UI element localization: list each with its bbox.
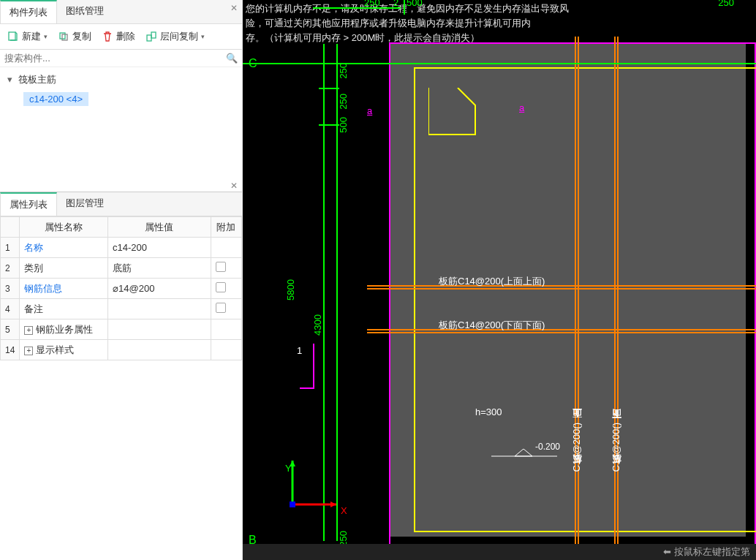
chevron-down-icon: ▾	[201, 33, 205, 40]
rebar-line	[617, 37, 619, 550]
svg-rect-4	[151, 32, 156, 38]
rebar-line	[367, 332, 756, 333]
prop-extra	[211, 319, 241, 340]
yellow-rect	[414, 67, 415, 532]
tab-component-list[interactable]: 构件列表	[0, 0, 57, 23]
tree-root[interactable]: ▾ 筏板主筋	[7, 73, 235, 86]
prop-value[interactable]: ⌀14@200	[108, 279, 211, 299]
properties-panel: ✕ 属性列表 图层管理 属性名称 属性值 附加 1 名称 c14-200 2 类…	[0, 192, 242, 360]
header-value: 属性值	[108, 217, 211, 238]
prop-value[interactable]: c14-200	[108, 238, 211, 258]
dim-250: 250	[338, 94, 349, 110]
rebar-label: 板筋C14@200(下面下面)	[610, 423, 623, 472]
dim-tick	[404, 0, 405, 15]
properties-table: 属性名称 属性值 附加 1 名称 c14-200 2 类别 底筋 3 钢筋信息 …	[0, 216, 242, 360]
table-row[interactable]: 14 +显示样式	[1, 340, 242, 360]
copy-icon	[58, 31, 69, 42]
rebar-label: 板筋C14@200(下面下面)	[439, 319, 545, 332]
checkbox-icon[interactable]	[216, 303, 226, 313]
row-number: 4	[1, 299, 20, 319]
tab-layers[interactable]: 图层管理	[57, 192, 113, 216]
rebar-line	[578, 37, 579, 550]
rebar-line	[575, 37, 576, 550]
column-shape	[428, 88, 480, 139]
tree-root-label: 筏板主筋	[18, 74, 56, 85]
search-row: 🔍	[0, 50, 242, 67]
dim-5800: 5800	[285, 279, 296, 300]
tab-drawing-manage[interactable]: 图纸管理	[57, 0, 113, 23]
chevron-down-icon: ▾	[7, 74, 12, 85]
component-toolbar: 新建 ▾ 复制 删除 层间复制 ▾	[0, 24, 242, 50]
dim-250: 250	[338, 63, 349, 79]
expand-icon[interactable]: +	[24, 326, 33, 335]
row-number: 3	[1, 279, 20, 299]
component-tabs: 构件列表 图纸管理 ✕	[0, 0, 242, 24]
expand-icon[interactable]: +	[24, 347, 33, 355]
copy-button[interactable]: 复制	[55, 29, 94, 45]
prop-extra[interactable]	[211, 258, 241, 279]
new-button[interactable]: 新建 ▾	[4, 29, 50, 45]
prop-extra	[211, 340, 241, 360]
prop-extra	[211, 238, 241, 258]
prop-name: +钢筋业务属性	[20, 319, 108, 340]
new-icon	[7, 31, 19, 42]
trash-icon	[102, 31, 113, 42]
floor-copy-label: 层间复制	[160, 30, 198, 43]
prop-value[interactable]	[108, 319, 211, 340]
dim-500: 500	[338, 117, 349, 133]
table-row[interactable]: 1 名称 c14-200	[1, 238, 242, 258]
rebar-line	[614, 37, 616, 550]
row-number: 1	[1, 238, 20, 258]
prop-value[interactable]	[108, 340, 211, 360]
checkbox-icon[interactable]	[216, 262, 226, 272]
floor-copy-icon	[145, 31, 157, 42]
prop-value[interactable]: 底筋	[108, 258, 211, 279]
close-icon[interactable]: ✕	[230, 3, 238, 13]
delete-label: 删除	[116, 30, 135, 43]
svg-rect-0	[9, 32, 15, 40]
search-icon[interactable]: 🔍	[226, 53, 238, 64]
dim-250: 250	[364, 0, 380, 8]
dim-tick	[319, 63, 339, 64]
row-number: 5	[1, 319, 20, 340]
dim-500: 500	[407, 0, 423, 8]
new-label: 新建	[22, 30, 41, 43]
row-number: 14	[1, 340, 20, 360]
table-row[interactable]: 3 钢筋信息 ⌀14@200	[1, 279, 242, 299]
table-row[interactable]: 2 类别 底筋	[1, 258, 242, 279]
axis-mark	[300, 387, 314, 389]
search-input[interactable]	[4, 53, 226, 64]
prop-name: 类别	[20, 258, 108, 279]
row-number: 2	[1, 258, 20, 279]
svg-marker-6	[515, 449, 532, 456]
dim-tick	[319, 124, 339, 126]
level-mark-icon	[491, 449, 557, 465]
floor-copy-button[interactable]: 层间复制 ▾	[143, 29, 208, 45]
dim-250: 250	[718, 0, 734, 8]
table-row[interactable]: 5 +钢筋业务属性	[1, 319, 242, 340]
checkbox-icon[interactable]	[216, 282, 226, 292]
svg-rect-3	[147, 35, 151, 41]
left-panel: 构件列表 图纸管理 ✕ 新建 ▾ 复制 删除 层间复制	[0, 0, 243, 560]
table-row[interactable]: 4 备注	[1, 299, 242, 319]
close-icon[interactable]: ✕	[230, 181, 238, 191]
yellow-rect	[414, 531, 756, 532]
prop-value[interactable]	[108, 299, 211, 319]
rebar-line	[367, 285, 756, 287]
rebar-line	[367, 288, 756, 290]
rebar-label: 板筋C14@200(上面上面)	[570, 423, 583, 472]
tree-item-c14-200[interactable]: c14-200 <4>	[23, 92, 88, 106]
status-bar: ⬅ 按鼠标左键指定第	[243, 544, 756, 560]
tab-properties[interactable]: 属性列表	[0, 192, 57, 216]
dim-tick	[319, 88, 339, 89]
delete-button[interactable]: 删除	[99, 29, 138, 45]
svg-rect-11	[290, 502, 295, 507]
prop-extra[interactable]	[211, 299, 241, 319]
table-header: 属性名称 属性值 附加	[1, 217, 242, 238]
prop-name: 钢筋信息	[20, 279, 108, 299]
properties-tabs: 属性列表 图层管理	[0, 192, 242, 216]
prop-name: +显示样式	[20, 340, 108, 360]
cad-canvas[interactable]: 您的计算机内存不足，请及时保存工程，避免因内存不足发生内存溢出导致风 险，可通过…	[243, 0, 756, 560]
prop-extra[interactable]	[211, 279, 241, 299]
slab-outline	[389, 42, 756, 44]
